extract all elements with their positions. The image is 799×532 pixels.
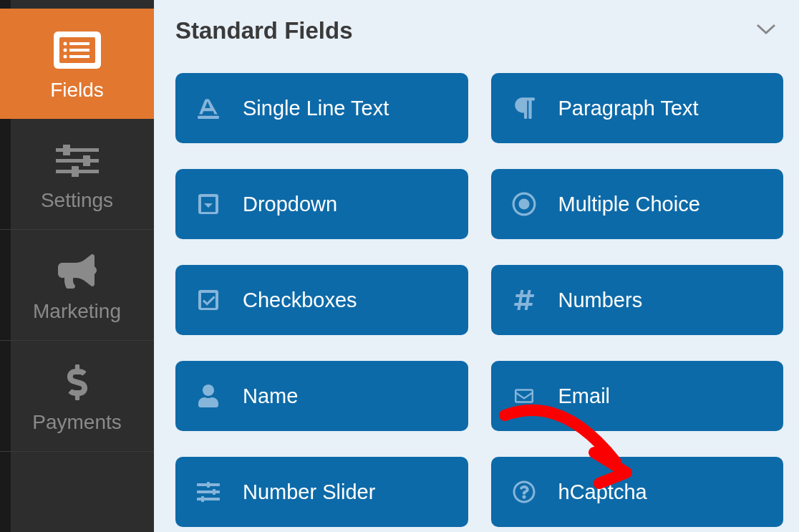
- svg-rect-7: [69, 55, 89, 58]
- field-single-line-text[interactable]: Single Line Text: [175, 73, 468, 143]
- sidebar-item-label: Settings: [41, 189, 113, 212]
- field-label: Single Line Text: [243, 97, 389, 120]
- field-label: Dropdown: [243, 193, 337, 216]
- svg-rect-9: [63, 145, 70, 155]
- sidebar-item-fields[interactable]: Fields: [0, 9, 154, 119]
- field-label: Email: [558, 385, 611, 408]
- svg-rect-8: [56, 148, 99, 152]
- chevron-down-icon: [756, 24, 776, 38]
- section-title: Standard Fields: [175, 17, 353, 44]
- field-numbers[interactable]: Numbers: [491, 265, 784, 335]
- field-name[interactable]: Name: [175, 361, 468, 431]
- svg-rect-13: [72, 166, 79, 177]
- sliders-icon: [56, 140, 99, 180]
- field-grid: Single Line Text Paragraph Text Dropdown…: [175, 73, 783, 527]
- sidebar-item-payments[interactable]: Payments: [0, 341, 154, 452]
- sliders-icon: [194, 478, 223, 506]
- sidebar-item-label: Fields: [50, 79, 104, 102]
- radio-circle-icon: [510, 190, 538, 218]
- paragraph-icon: [510, 94, 538, 122]
- bullhorn-icon: [57, 251, 98, 291]
- sidebar-item-marketing[interactable]: Marketing: [0, 230, 154, 341]
- field-label: Name: [243, 385, 298, 408]
- caret-down-square-icon: [194, 190, 223, 218]
- field-label: Multiple Choice: [558, 193, 700, 216]
- svg-point-4: [63, 49, 67, 52]
- field-label: Checkboxes: [243, 289, 357, 312]
- field-hcaptcha[interactable]: hCaptcha: [491, 457, 784, 527]
- field-checkboxes[interactable]: Checkboxes: [175, 265, 468, 335]
- field-email[interactable]: Email: [491, 361, 784, 431]
- svg-rect-5: [69, 49, 89, 52]
- field-number-slider[interactable]: Number Slider: [175, 457, 468, 527]
- field-paragraph-text[interactable]: Paragraph Text: [491, 73, 784, 143]
- field-dropdown[interactable]: Dropdown: [175, 169, 468, 239]
- svg-point-6: [63, 55, 67, 59]
- main-panel: Standard Fields Single Line Text Paragra…: [154, 0, 799, 532]
- svg-rect-3: [69, 42, 89, 45]
- text-width-icon: [194, 94, 223, 122]
- field-label: Numbers: [558, 289, 643, 312]
- hash-icon: [510, 286, 538, 314]
- dollar-icon: [67, 362, 88, 402]
- list-icon: [54, 30, 101, 70]
- field-label: Paragraph Text: [558, 97, 699, 120]
- field-label: Number Slider: [243, 480, 375, 504]
- question-circle-icon: [510, 478, 538, 506]
- svg-rect-11: [83, 155, 90, 166]
- envelope-icon: [510, 382, 538, 410]
- svg-point-2: [63, 42, 67, 46]
- svg-rect-10: [56, 159, 99, 163]
- sidebar: Fields Settings Marketing: [0, 0, 154, 532]
- section-header[interactable]: Standard Fields: [175, 11, 783, 44]
- sidebar-item-label: Marketing: [33, 300, 121, 323]
- sidebar-item-label: Payments: [32, 411, 122, 434]
- field-label: hCaptcha: [558, 480, 647, 504]
- user-icon: [194, 382, 223, 410]
- field-multiple-choice[interactable]: Multiple Choice: [491, 169, 784, 239]
- sidebar-item-settings[interactable]: Settings: [0, 119, 154, 230]
- check-square-icon: [194, 286, 223, 314]
